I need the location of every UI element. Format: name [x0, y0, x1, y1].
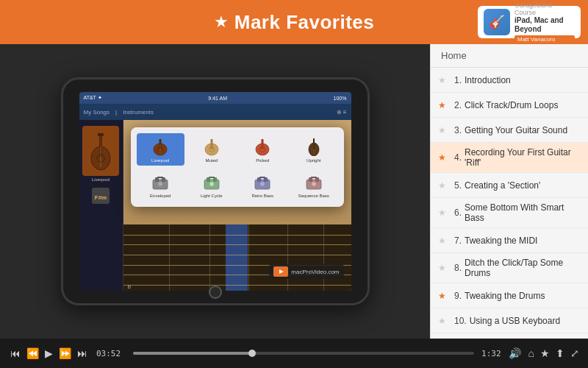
instrument-modal: Liverpool Muted: [131, 127, 344, 207]
share-icon[interactable]: ⬆: [556, 347, 564, 359]
retro-bass-label: Retro Bass: [251, 194, 273, 198]
video-area: AT&T ✦ 9:41 AM 100% My Songs | Instrumen…: [0, 44, 430, 339]
svg-rect-33: [259, 177, 265, 178]
instrument-retro-bass[interactable]: Retro Bass: [239, 169, 287, 201]
fret-strings: B: [123, 224, 351, 291]
lesson-item[interactable]: ★1.Introduction: [431, 68, 588, 93]
instrument-upright[interactable]: Upright: [290, 133, 338, 166]
svg-rect-38: [311, 177, 317, 178]
svg-rect-2: [98, 133, 104, 136]
ipad-main-area: Liverpool F#m: [79, 120, 351, 291]
course-name: iPad, Mac and Beyond: [514, 16, 575, 34]
expand-icon[interactable]: ⤢: [570, 347, 579, 359]
ipad-home-button[interactable]: [209, 286, 222, 299]
fret-line-2: [209, 224, 210, 291]
fret-area: B: [123, 224, 351, 291]
lesson-title: Click Track/Drum Loops: [465, 100, 581, 110]
ipad-instruments[interactable]: Instruments: [123, 109, 154, 116]
lesson-item[interactable]: ★6.Some Bottom With Smart Bass: [431, 198, 588, 228]
upright-label: Upright: [306, 158, 320, 163]
lesson-item[interactable]: ★11.Using a USB Microphone: [431, 333, 588, 339]
lesson-title: Introduction: [465, 75, 581, 85]
guitar-label: Liverpool: [92, 177, 110, 182]
ipad-content: Liverpool Muted: [123, 120, 351, 291]
macpro-logo: ▶: [273, 266, 288, 277]
lesson-item[interactable]: ★5.Creating a 'Section': [431, 173, 588, 198]
lesson-title: Ditch the Click/Tap Some Drums: [465, 258, 581, 278]
lesson-number: 10.: [454, 316, 467, 326]
lesson-item[interactable]: ★8.Ditch the Click/Tap Some Drums: [431, 253, 588, 283]
lesson-title: Tweaking the MIDI: [465, 236, 581, 246]
svg-point-29: [209, 182, 214, 186]
instrument-light-cycle[interactable]: Light Cycle: [187, 169, 236, 201]
skip-back-button[interactable]: ⏮: [9, 346, 22, 361]
lesson-star-icon: ★: [438, 180, 450, 191]
retro-bass-icon: [251, 171, 274, 192]
light-cycle-label: Light Cycle: [201, 194, 223, 198]
sequence-bass-icon: [302, 171, 326, 192]
lesson-star-icon: ★: [438, 125, 450, 135]
ipad-status-left: AT&T ✦: [84, 95, 102, 101]
lesson-number: 8.: [454, 263, 462, 273]
light-cycle-icon: [200, 171, 223, 192]
course-badge-icon: 🎸: [484, 9, 510, 35]
lesson-star-icon: ★: [438, 75, 450, 85]
fret-string-6: [123, 285, 351, 286]
ipad-toolbar: My Songs | Instruments ⊕ ≡: [79, 104, 351, 120]
enveloped-label: Enveloped: [150, 194, 171, 198]
step-back-button[interactable]: ⏪: [25, 346, 40, 361]
picked-label: Picked: [256, 158, 269, 163]
instrument-liverpool[interactable]: Liverpool: [137, 133, 185, 166]
lesson-item[interactable]: ★4.Recording Your First Guitar 'Riff': [431, 143, 588, 173]
header: ★ Mark Favorites 🎸 GarageBand Course iPa…: [0, 0, 588, 44]
lesson-item[interactable]: ★2.Click Track/Drum Loops: [431, 93, 588, 118]
step-forward-button[interactable]: ⏩: [57, 346, 73, 361]
lesson-home[interactable]: Home: [431, 44, 588, 68]
course-author: Matt Vanacoro: [514, 35, 575, 43]
lesson-number: 5.: [454, 180, 462, 191]
lesson-sidebar: Home ★1.Introduction★2.Click Track/Drum …: [430, 44, 588, 339]
lesson-title: Recording Your First Guitar 'Riff': [465, 147, 581, 168]
instrument-muted[interactable]: Muted: [187, 133, 236, 166]
lesson-item[interactable]: ★7.Tweaking the MIDI: [431, 228, 588, 253]
volume-icon[interactable]: 🔊: [509, 347, 521, 359]
lesson-item[interactable]: ★3.Getting Your Guitar Sound: [431, 118, 588, 143]
lesson-number: 1.: [454, 75, 462, 85]
instrument-sequence-bass[interactable]: Sequence Bass: [290, 169, 338, 201]
svg-point-34: [260, 182, 265, 186]
svg-point-24: [158, 182, 162, 186]
right-controls: ⌂ ★ ⬆ ⤢: [528, 347, 579, 359]
progress-handle[interactable]: [248, 350, 256, 357]
play-button[interactable]: ▶: [43, 346, 54, 361]
lessons-list: ★1.Introduction★2.Click Track/Drum Loops…: [431, 68, 588, 339]
lesson-number: 4.: [454, 152, 462, 163]
home-icon[interactable]: ⌂: [528, 347, 534, 359]
fret-line-1: [169, 224, 170, 291]
macpro-text: macProVideo.com: [291, 269, 339, 275]
lesson-item[interactable]: ★9.Tweaking the Drums: [431, 283, 588, 308]
sequence-bass-label: Sequence Bass: [298, 194, 329, 198]
instrument-enveloped[interactable]: Enveloped: [137, 169, 185, 201]
svg-point-39: [312, 182, 316, 186]
bottom-controls: ⏮ ⏪ ▶ ⏩ ⏭ 03:52 1:32 🔊 ⌂ ★ ⬆ ⤢: [0, 339, 588, 368]
progress-bar[interactable]: [133, 352, 474, 355]
enveloped-icon: [148, 171, 172, 192]
ipad-status-center: 9:41 AM: [208, 96, 227, 101]
lesson-number: 3.: [454, 125, 462, 135]
lesson-star-icon: ★: [438, 291, 450, 301]
ipad-my-songs[interactable]: My Songs: [84, 109, 110, 116]
current-time: 03:52: [96, 349, 126, 358]
lesson-item[interactable]: ★10.Using a USB Keyboard: [431, 308, 588, 333]
ipad-status-right: 100%: [334, 96, 347, 101]
star-control-icon[interactable]: ★: [540, 347, 550, 359]
upright-icon: [302, 136, 326, 157]
fret-string-3: [123, 255, 351, 255]
macpro-watermark: ▶ macProVideo.com: [269, 264, 343, 279]
lesson-number: 6.: [454, 208, 462, 218]
lesson-number: 2.: [454, 100, 462, 110]
instrument-picked[interactable]: Picked: [239, 133, 287, 166]
skip-forward-button[interactable]: ⏭: [76, 346, 89, 361]
lesson-title: Some Bottom With Smart Bass: [465, 202, 581, 223]
ipad-status-bar: AT&T ✦ 9:41 AM 100%: [79, 92, 351, 104]
course-badge[interactable]: 🎸 GarageBand Course iPad, Mac and Beyond…: [478, 6, 581, 38]
